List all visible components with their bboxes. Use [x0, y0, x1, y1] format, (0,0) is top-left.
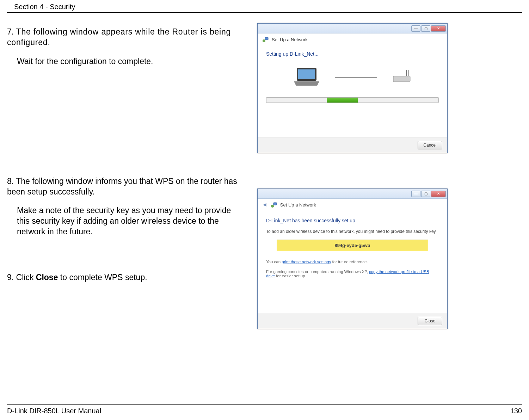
close-button[interactable]: Close — [418, 317, 442, 325]
svg-rect-8 — [273, 203, 277, 205]
svg-rect-4 — [393, 76, 410, 82]
minimize-button[interactable]: — — [411, 25, 420, 32]
step-9-pre: Click — [16, 273, 36, 282]
security-key-box: 894g-eyd5-g5wb — [277, 240, 428, 251]
youcan-post: for future reference. — [331, 260, 368, 264]
router-icon — [391, 69, 412, 85]
step-8-text: The following window informs you that WP… — [7, 177, 237, 196]
step-8: 8. The following window informs you that… — [7, 176, 243, 237]
gaming-post: for easier set up. — [275, 274, 306, 278]
back-icon[interactable]: ◄ — [262, 202, 267, 208]
section-header: Section 4 - Security — [7, 0, 522, 13]
button-row-1: Cancel — [258, 137, 447, 153]
info-text: To add an older wireless device to this … — [266, 229, 439, 234]
network-icon-2 — [270, 202, 277, 208]
youcan-pre: You can — [266, 260, 282, 264]
close-window-button[interactable]: ✕ — [431, 25, 446, 32]
usb-hint: For gaming consoles or computers running… — [266, 270, 439, 278]
print-hint: You can print these network settings for… — [266, 260, 439, 264]
dialog-header-2: ◄ Set Up a Network — [258, 199, 447, 211]
window-success: — ▢ ✕ ◄ Set Up a Network D-Link_Net has … — [257, 189, 448, 329]
step-9-number: 9. — [7, 273, 14, 282]
page-footer: D-Link DIR-850L User Manual 130 — [7, 404, 522, 415]
step-7-text: The following window appears while the R… — [7, 27, 231, 47]
step-8-number: 8. — [7, 177, 14, 186]
step-7: 7. The following window appears while th… — [7, 27, 243, 67]
window-1-body: Setting up D-Link_Net... — [258, 45, 447, 137]
cancel-button[interactable]: Cancel — [418, 141, 442, 149]
svg-point-7 — [271, 205, 274, 208]
step-8-body: Make a note of the security key as you m… — [7, 205, 243, 237]
svg-rect-1 — [265, 37, 268, 40]
connection-line — [335, 77, 377, 78]
svg-rect-3 — [298, 69, 315, 79]
dialog-title-2: Set Up a Network — [280, 202, 316, 208]
screenshots-column: — ▢ ✕ Set Up a Network Setting up D-Link… — [257, 23, 522, 329]
instructions-column: 7. The following window appears while th… — [7, 23, 243, 329]
setup-status-text: Setting up D-Link_Net... — [266, 51, 439, 57]
step-7-body: Wait for the configuration to complete. — [7, 56, 243, 67]
button-row-2: Close — [258, 313, 447, 329]
page-content: 7. The following window appears while th… — [0, 13, 529, 329]
success-title: D-Link_Net has been successfully set up — [266, 218, 439, 223]
titlebar-2: — ▢ ✕ — [258, 189, 447, 199]
step-9: 9. Click Close to complete WPS setup. — [7, 272, 243, 283]
device-diagram — [266, 67, 439, 87]
svg-point-0 — [263, 39, 265, 42]
step-9-post: to complete WPS setup. — [58, 273, 147, 282]
gaming-pre: For gaming consoles or computers running… — [266, 270, 369, 274]
step-7-number: 7. — [7, 27, 14, 36]
close-window-button-2[interactable]: ✕ — [431, 191, 446, 197]
minimize-button-2[interactable]: — — [411, 191, 420, 197]
network-icon — [262, 36, 269, 43]
maximize-button[interactable]: ▢ — [421, 25, 430, 32]
window-configuring: — ▢ ✕ Set Up a Network Setting up D-Link… — [257, 23, 448, 153]
page-number: 130 — [510, 407, 522, 415]
progress-bar — [266, 97, 439, 103]
step-9-bold: Close — [36, 273, 58, 282]
manual-title: D-Link DIR-850L User Manual — [7, 407, 101, 415]
progress-fill — [327, 98, 358, 103]
dialog-header-1: Set Up a Network — [258, 33, 447, 45]
print-settings-link[interactable]: print these network settings — [282, 260, 331, 264]
laptop-icon — [293, 67, 321, 87]
titlebar-1: — ▢ ✕ — [258, 24, 447, 33]
maximize-button-2[interactable]: ▢ — [421, 191, 430, 197]
dialog-title-1: Set Up a Network — [272, 37, 308, 42]
window-2-body: D-Link_Net has been successfully set up … — [258, 211, 447, 313]
